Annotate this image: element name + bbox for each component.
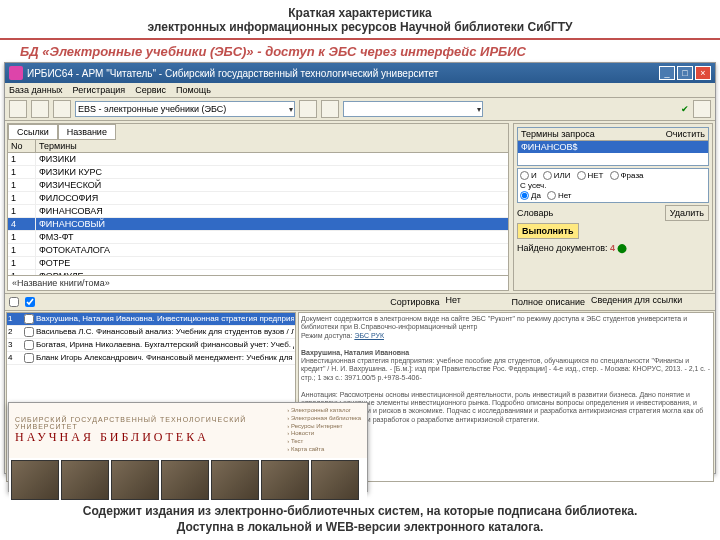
lib-link[interactable]: › Карта сайта bbox=[287, 446, 361, 454]
app-icon bbox=[9, 66, 23, 80]
access-link[interactable]: ЭБС РУК bbox=[354, 332, 384, 339]
delete-button[interactable]: Удалить bbox=[665, 205, 709, 221]
slide-footer: Содержит издания из электронно-библиотеч… bbox=[0, 504, 720, 534]
thumb bbox=[11, 460, 59, 500]
term-row[interactable]: 1ФИЗИКИ КУРС bbox=[8, 166, 508, 179]
check-icon: ✔ bbox=[681, 104, 689, 114]
menu-help[interactable]: Помощь bbox=[176, 85, 211, 95]
term-row[interactable]: 1ФОТРЕ bbox=[8, 257, 508, 270]
menu-database[interactable]: База данных bbox=[9, 85, 63, 95]
term-row[interactable]: 1ФОТОКАТАЛОГА bbox=[8, 244, 508, 257]
tool-button[interactable] bbox=[299, 100, 317, 118]
thumb bbox=[211, 460, 259, 500]
lib-link[interactable]: › Тест bbox=[287, 438, 361, 446]
found-count: Найдено документов: 4 ⬤ bbox=[517, 241, 709, 255]
close-button[interactable]: × bbox=[695, 66, 711, 80]
toolbar: EBS - электронные учебники (ЭБС) ✔ bbox=[5, 98, 715, 121]
op-phrase bbox=[610, 171, 619, 180]
result-row[interactable]: 4Бланк Игорь Александрович. Финансовый м… bbox=[7, 352, 295, 365]
sort-combo[interactable]: Нет bbox=[446, 295, 506, 309]
results-toolbar: Сортировка Нет Полное описание Сведения … bbox=[5, 293, 715, 311]
tab-title[interactable]: Название bbox=[58, 124, 116, 140]
op-and bbox=[520, 171, 529, 180]
result-row[interactable]: 3Богатая, Ирина Николаевна. Бухгалтерски… bbox=[7, 339, 295, 352]
thumb bbox=[111, 460, 159, 500]
result-row[interactable]: 2Васильева Л.С. Финансовый анализ: Учебн… bbox=[7, 326, 295, 339]
query-options: И ИЛИ НЕТ Фраза С усеч. Да Нет bbox=[517, 168, 709, 203]
titlebar: ИРБИС64 - АРМ "Читатель" - Сибирский гос… bbox=[5, 63, 715, 83]
op-or bbox=[543, 171, 552, 180]
tool-button[interactable] bbox=[31, 100, 49, 118]
dict-combo[interactable] bbox=[557, 206, 660, 220]
tool-button[interactable] bbox=[321, 100, 339, 118]
window-title: ИРБИС64 - АРМ "Читатель" - Сибирский гос… bbox=[27, 68, 657, 79]
execute-button[interactable]: Выполнить bbox=[517, 223, 579, 239]
lib-thumbs bbox=[9, 458, 367, 502]
thumb bbox=[61, 460, 109, 500]
database-combo[interactable]: EBS - электронные учебники (ЭБС) bbox=[75, 101, 295, 117]
minimize-button[interactable]: _ bbox=[659, 66, 675, 80]
tool-button[interactable] bbox=[9, 100, 27, 118]
lib-link[interactable]: › Новости bbox=[287, 430, 361, 438]
term-row[interactable]: 1ФИНАНСОВАЯ bbox=[8, 205, 508, 218]
thumb bbox=[261, 460, 309, 500]
tab-links[interactable]: Ссылки bbox=[8, 124, 58, 140]
lib-link[interactable]: › Ресурсы Интернет bbox=[287, 423, 361, 431]
slide-header: Краткая характеристикаэлектронных информ… bbox=[0, 0, 720, 40]
menu-registration[interactable]: Регистрация bbox=[73, 85, 126, 95]
term-row[interactable]: 1ФИЗИЧЕСКОЙ bbox=[8, 179, 508, 192]
thumb bbox=[161, 460, 209, 500]
trunc-yes bbox=[520, 191, 529, 200]
menu-service[interactable]: Сервис bbox=[135, 85, 166, 95]
library-website-overlay: СИБИРСКИЙ ГОСУДАРСТВЕННЫЙ ТЕХНОЛОГИЧЕСКИ… bbox=[8, 402, 368, 492]
query-term[interactable]: ФИНАНСОВ$ bbox=[518, 141, 708, 153]
tool-button[interactable] bbox=[53, 100, 71, 118]
lib-title: НАУЧНАЯ БИБЛИОТЕКА bbox=[15, 430, 277, 445]
term-row[interactable]: 1ФИЗИКИ bbox=[8, 153, 508, 166]
result-row[interactable]: 1Вахрушина, Наталия Ивановна. Инвестицио… bbox=[7, 313, 295, 326]
query-panel: Термины запросаОчистить ФИНАНСОВ$ И ИЛИ … bbox=[513, 123, 713, 291]
terms-panel: Ссылки Название NoТермины 1ФИЗИКИ1ФИЗИКИ… bbox=[7, 123, 509, 291]
query-box-title: Термины запроса bbox=[521, 129, 595, 139]
search-combo[interactable] bbox=[343, 101, 483, 117]
select-all-check[interactable] bbox=[9, 297, 19, 307]
format-combo[interactable]: Сведения для ссылки bbox=[591, 295, 711, 309]
term-row[interactable]: 1ФИЛОСОФИЯ bbox=[8, 192, 508, 205]
lib-link[interactable]: › Электронный каталог bbox=[287, 407, 361, 415]
maximize-button[interactable]: □ bbox=[677, 66, 693, 80]
trunc-no bbox=[547, 191, 556, 200]
check2[interactable] bbox=[25, 297, 35, 307]
menubar: База данных Регистрация Сервис Помощь bbox=[5, 83, 715, 98]
thumb bbox=[311, 460, 359, 500]
op-not bbox=[577, 171, 586, 180]
panel-footer: «Название книги/тома» bbox=[8, 275, 508, 290]
lib-link[interactable]: › Электронная библиотека bbox=[287, 415, 361, 423]
term-row[interactable]: 4ФИНАНСОВЫЙ bbox=[8, 218, 508, 231]
lib-univ-name: СИБИРСКИЙ ГОСУДАРСТВЕННЫЙ ТЕХНОЛОГИЧЕСКИ… bbox=[15, 416, 277, 430]
tool-button[interactable] bbox=[693, 100, 711, 118]
clear-link[interactable]: Очистить bbox=[666, 129, 705, 139]
lib-nav: › Электронный каталог› Электронная библи… bbox=[287, 407, 361, 454]
term-row[interactable]: 1ФМЗ-ФТ bbox=[8, 231, 508, 244]
